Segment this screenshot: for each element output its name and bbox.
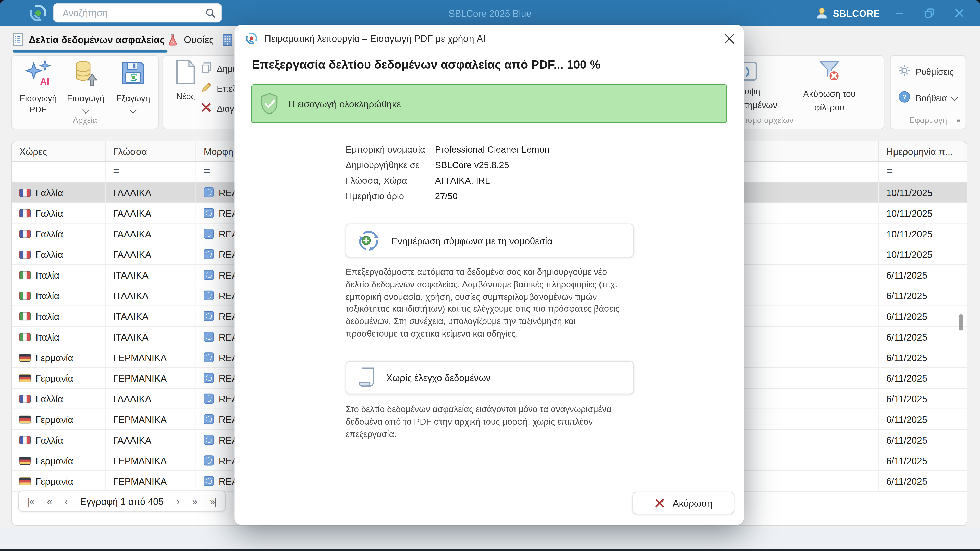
language-cell: ΓΑΛΛΙΚΑ	[106, 224, 196, 244]
filter-cell-language[interactable]: =	[106, 162, 196, 182]
flag-icon-de	[19, 415, 30, 423]
dialog-title: Πειραματική λειτουργία – Εισαγωγή PDF με…	[264, 33, 486, 44]
edit-button[interactable]: Επεξ	[200, 82, 237, 96]
date-cell: 6/11/2025	[879, 265, 957, 285]
eu-flag-icon	[204, 332, 213, 341]
date-cell: 6/11/2025	[879, 430, 957, 450]
floppy-disk-icon	[119, 59, 147, 89]
flag-icon-it	[19, 271, 30, 279]
gear-icon	[898, 64, 911, 79]
date-cell: 6/11/2025	[879, 451, 957, 470]
filter-clear-icon	[817, 58, 842, 87]
tab-safety-data-sheets[interactable]: Δελτία δεδομένων ασφαλείας	[13, 26, 165, 53]
export-button[interactable]: Εξαγωγή	[110, 59, 156, 116]
eu-flag-icon	[204, 187, 213, 197]
sblcore-logo-icon	[27, 3, 49, 24]
detail-value: 27/50	[435, 191, 458, 201]
dialog-close-icon[interactable]	[722, 31, 737, 46]
language-cell: ΓΑΛΛΙΚΑ	[106, 245, 196, 264]
import-button[interactable]: Εισαγωγή	[63, 59, 108, 116]
fast-forward-button[interactable]: »	[192, 495, 197, 507]
update-description: Επεξεργαζόμαστε αυτόματα τα δεδομένα σας…	[345, 266, 628, 340]
import-pdf-button[interactable]: AI ΕισαγωγήPDF	[16, 59, 60, 116]
country-cell: Ιταλία	[12, 306, 106, 326]
ribbon-group-label: Αρχεία	[12, 116, 158, 125]
language-cell: ΓΕΡΜΑΝΙΚΑ	[106, 471, 196, 491]
button-label: Ακύρωση	[673, 498, 713, 508]
no-data-check-button[interactable]: Χωρίς έλεγχο δεδομένων	[345, 361, 634, 394]
eu-flag-icon	[204, 435, 213, 445]
button-label: Χωρίς έλεγχο δεδομένων	[386, 372, 490, 383]
search-icon[interactable]	[205, 7, 216, 18]
search-input[interactable]	[61, 7, 205, 19]
cancel-filter-button[interactable]: Ακύρωση τουφίλτρου	[792, 58, 867, 114]
flag-icon-de	[19, 353, 30, 362]
detail-label: Ημερήσιο όριο	[345, 191, 435, 201]
window-partial-icon	[742, 60, 757, 84]
language-cell: ΙΤΑΛΙΚΑ	[106, 327, 196, 347]
language-cell: ΙΤΑΛΙΚΑ	[106, 286, 196, 305]
flag-icon-fr	[19, 436, 30, 444]
first-page-button[interactable]: |«	[27, 495, 34, 507]
date-cell: 6/11/2025	[879, 409, 957, 429]
filter-cell-date[interactable]: =	[879, 162, 957, 182]
user-menu[interactable]: SBLCORE	[815, 0, 880, 26]
button-label: Νέος	[177, 91, 195, 103]
detail-row: Ημερήσιο όριο 27/50	[345, 188, 549, 203]
detail-value: ΑΓΓΛΙΚΑ, IRL	[435, 175, 490, 185]
success-banner: Η εισαγωγή ολοκληρώθηκε	[251, 84, 727, 123]
chevron-down-icon	[82, 106, 89, 114]
red-x-icon	[655, 498, 665, 508]
help-button[interactable]: ? Βοήθεια	[898, 91, 957, 106]
language-cell: ΓΑΛΛΙΚΑ	[106, 389, 196, 408]
ai-sparkles-icon: AI	[24, 59, 52, 89]
country-cell: Γερμανία	[12, 348, 106, 367]
country-cell: Γαλλία	[12, 203, 106, 223]
tab-label: Ουσίες	[184, 34, 213, 45]
column-header-language[interactable]: Γλώσσα	[106, 141, 196, 161]
date-cell: 6/11/2025	[879, 471, 957, 491]
detail-row: Γλώσσα, Χώρα ΑΓΓΛΙΚΑ, IRL	[345, 172, 549, 188]
record-counter: Εγγραφή 1 από 405	[80, 495, 164, 507]
eu-flag-icon	[204, 352, 213, 362]
vertical-scrollbar-thumb[interactable]	[959, 314, 963, 330]
previous-page-button[interactable]: ‹	[65, 495, 67, 507]
column-header-countries[interactable]: Χώρες	[12, 141, 106, 161]
detail-value: Professional Cleaner Lemon	[435, 144, 549, 154]
filter-cell-countries[interactable]	[12, 162, 106, 182]
last-page-button[interactable]: »|	[210, 495, 216, 507]
building-icon	[222, 33, 233, 46]
flag-icon-fr	[19, 250, 30, 259]
eu-flag-icon	[204, 394, 213, 403]
fast-back-button[interactable]: «	[47, 495, 52, 507]
country-cell: Γερμανία	[12, 471, 106, 491]
close-button[interactable]	[953, 6, 966, 20]
minimize-button[interactable]	[892, 6, 906, 20]
country-cell: Ιταλία	[12, 327, 106, 347]
restore-button[interactable]	[923, 6, 936, 20]
eu-flag-icon	[204, 311, 213, 321]
update-per-legislation-button[interactable]: Ενημέρωση σύμφωνα με τη νομοθεσία	[345, 224, 634, 257]
tab-companies[interactable]	[222, 26, 233, 53]
group-dialog-launcher-icon[interactable]: ≡	[956, 116, 961, 125]
tab-substances[interactable]: Ουσίες	[167, 26, 213, 53]
country-cell: Ιταλία	[12, 265, 106, 285]
new-button[interactable]: Νέος	[165, 59, 206, 103]
flag-icon-fr	[19, 209, 30, 217]
success-message: Η εισαγωγή ολοκληρώθηκε	[288, 98, 401, 109]
language-cell: ΓΑΛΛΙΚΑ	[106, 183, 196, 202]
button-label: Επεξ	[217, 84, 237, 94]
settings-button[interactable]: Ρυθμίσεις	[898, 64, 953, 79]
date-cell: 10/11/2025	[879, 203, 957, 223]
cancel-button[interactable]: Ακύρωση	[632, 492, 734, 514]
flag-icon-de	[19, 374, 30, 382]
hide-processed-button[interactable]: υψητημένων	[745, 84, 777, 112]
column-header-date[interactable]: Ημερομηνία π...	[879, 141, 957, 161]
button-label: ΕισαγωγήPDF	[19, 93, 57, 116]
country-cell: Γερμανία	[12, 368, 106, 388]
next-page-button[interactable]: ›	[177, 495, 179, 507]
delete-button[interactable]: Διαγ	[200, 102, 234, 116]
create-button[interactable]: Δημι	[200, 62, 234, 76]
button-label: Βοήθεια	[916, 93, 947, 103]
window-controls	[892, 0, 980, 26]
